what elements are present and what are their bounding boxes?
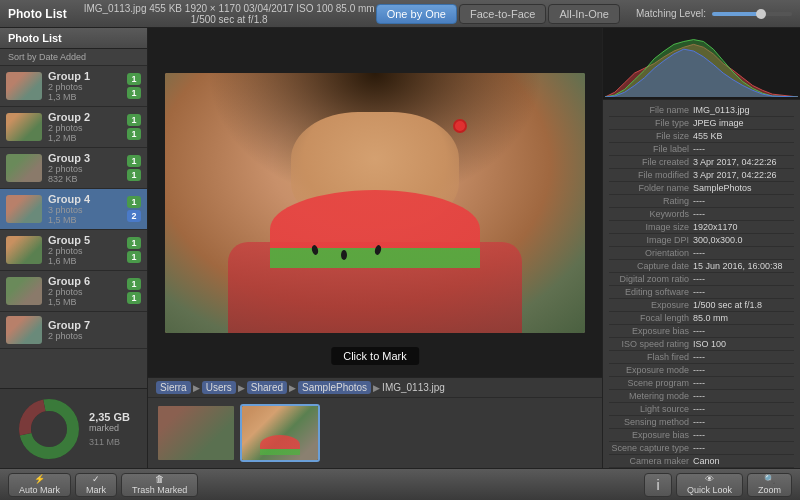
group-name-5: Group 5 — [48, 234, 121, 246]
zoom-button[interactable]: 🔍 Zoom — [747, 473, 792, 497]
meta-key-15: Exposure — [609, 300, 689, 310]
meta-val-23: ---- — [693, 404, 794, 414]
group-item-5[interactable]: Group 5 2 photos1,6 MB 11 — [0, 230, 147, 271]
quick-look-icon: 👁 — [705, 474, 714, 484]
meta-val-13: ---- — [693, 274, 794, 284]
main-layout: Photo List Sort by Date Added Group 1 2 … — [0, 28, 800, 468]
meta-key-16: Focal length — [609, 313, 689, 323]
group-meta-3: 2 photos832 KB — [48, 164, 121, 184]
group-thumb-5 — [6, 236, 42, 264]
group-meta-7: 2 photos — [48, 331, 135, 341]
group-meta-5: 2 photos1,6 MB — [48, 246, 121, 266]
arrow-icon-4: ▶ — [373, 383, 380, 393]
group-badges-5: 11 — [127, 237, 141, 263]
meta-val-2: 455 KB — [693, 131, 794, 141]
badge-1: 1 — [127, 237, 141, 249]
group-info-7: Group 7 2 photos — [48, 319, 135, 341]
group-badges-3: 11 — [127, 155, 141, 181]
disk-usage-panel: 2,35 GB marked 311 MB — [0, 388, 147, 468]
meta-val-22: ---- — [693, 391, 794, 401]
meta-row-13: Digital zoom ratio ---- — [609, 273, 794, 286]
group-item-4[interactable]: Group 4 3 photos1,5 MB 12 — [0, 189, 147, 230]
metadata-area: File name IMG_0113.jpg File type JPEG im… — [603, 100, 800, 468]
breadcrumb-bar: Sierra ▶ Users ▶ Shared ▶ SamplePhotos ▶… — [148, 378, 602, 398]
mark-button[interactable]: ✓ Mark — [75, 473, 117, 497]
filmstrip-thumb-1[interactable] — [156, 404, 236, 462]
group-item-2[interactable]: Group 2 2 photos1,2 MB 11 — [0, 107, 147, 148]
meta-val-19: ---- — [693, 352, 794, 362]
meta-key-13: Digital zoom ratio — [609, 274, 689, 284]
meta-val-15: 1/500 sec at f/1.8 — [693, 300, 794, 310]
trash-marked-button[interactable]: 🗑 Trash Marked — [121, 473, 198, 497]
group-thumb-7 — [6, 316, 42, 344]
badge-2: 1 — [127, 87, 141, 99]
meta-row-2: File size 455 KB — [609, 130, 794, 143]
breadcrumb-sierra[interactable]: Sierra — [156, 381, 191, 394]
histogram-area — [603, 28, 800, 100]
group-item-3[interactable]: Group 3 2 photos832 KB 11 — [0, 148, 147, 189]
meta-key-18: ISO speed rating — [609, 339, 689, 349]
meta-row-11: Orientation ---- — [609, 247, 794, 260]
meta-key-2: File size — [609, 131, 689, 141]
image-info-bar: IMG_0113.jpg 455 KB 1920 × 1170 03/04/20… — [83, 3, 376, 25]
meta-key-27: Camera maker — [609, 456, 689, 466]
breadcrumb-users[interactable]: Users — [202, 381, 236, 394]
group-item-6[interactable]: Group 6 2 photos1,5 MB 11 — [0, 271, 147, 312]
app-title: Photo List — [8, 7, 67, 21]
group-meta-2: 2 photos1,2 MB — [48, 123, 121, 143]
badge-2: 1 — [127, 128, 141, 140]
arrow-icon-2: ▶ — [238, 383, 245, 393]
group-name-6: Group 6 — [48, 275, 121, 287]
meta-row-20: Exposure mode ---- — [609, 364, 794, 377]
meta-key-3: File label — [609, 144, 689, 154]
meta-row-15: Exposure 1/500 sec at f/1.8 — [609, 299, 794, 312]
group-badges-1: 11 — [127, 73, 141, 99]
meta-row-9: Image size 1920x1170 — [609, 221, 794, 234]
meta-row-12: Capture date 15 Jun 2016, 16:00:38 — [609, 260, 794, 273]
meta-val-8: ---- — [693, 209, 794, 219]
quick-look-button[interactable]: 👁 Quick Look — [676, 473, 743, 497]
main-photo — [165, 73, 585, 333]
group-item-1[interactable]: Group 1 2 photos1,3 MB 11 — [0, 66, 147, 107]
mark-icon: ✓ — [92, 474, 100, 484]
meta-row-16: Focal length 85.0 mm — [609, 312, 794, 325]
filmstrip-thumb-2[interactable] — [240, 404, 320, 462]
meta-row-19: Flash fired ---- — [609, 351, 794, 364]
disk-free-amount: 311 MB — [89, 437, 130, 447]
group-info-3: Group 3 2 photos832 KB — [48, 152, 121, 184]
matching-level-control: Matching Level: — [636, 8, 792, 19]
badge-1: 1 — [127, 73, 141, 85]
meta-row-27: Camera maker Canon — [609, 455, 794, 468]
group-meta-1: 2 photos1,3 MB — [48, 82, 121, 102]
meta-val-12: 15 Jun 2016, 16:00:38 — [693, 261, 794, 271]
tab-one-by-one[interactable]: One by One — [376, 4, 457, 24]
meta-val-16: 85.0 mm — [693, 313, 794, 323]
breadcrumb-shared[interactable]: Shared — [247, 381, 287, 394]
badge-1: 1 — [127, 114, 141, 126]
slider-thumb — [756, 9, 766, 19]
click-to-mark-label[interactable]: Click to Mark — [331, 347, 419, 365]
meta-row-0: File name IMG_0113.jpg — [609, 104, 794, 117]
meta-val-4: 3 Apr 2017, 04:22:26 — [693, 157, 794, 167]
arrow-icon-3: ▶ — [289, 383, 296, 393]
meta-val-1: JPEG image — [693, 118, 794, 128]
meta-row-4: File created 3 Apr 2017, 04:22:26 — [609, 156, 794, 169]
tab-all-in-one[interactable]: All-In-One — [548, 4, 620, 24]
meta-val-17: ---- — [693, 326, 794, 336]
auto-mark-button[interactable]: ⚡ Auto Mark — [8, 473, 71, 497]
meta-row-26: Scene capture type ---- — [609, 442, 794, 455]
badge-1: 1 — [127, 278, 141, 290]
meta-key-14: Editing software — [609, 287, 689, 297]
meta-val-7: ---- — [693, 196, 794, 206]
matching-level-slider[interactable] — [712, 12, 792, 16]
info-button[interactable]: i — [644, 473, 672, 497]
breadcrumb-samplephotos[interactable]: SamplePhotos — [298, 381, 371, 394]
meta-key-26: Scene capture type — [609, 443, 689, 453]
meta-row-23: Light source ---- — [609, 403, 794, 416]
badge-1: 1 — [127, 196, 141, 208]
meta-key-12: Capture date — [609, 261, 689, 271]
main-image-area[interactable]: Click to Mark — [148, 28, 602, 377]
group-item-7[interactable]: Group 7 2 photos — [0, 312, 147, 349]
tab-face-to-face[interactable]: Face-to-Face — [459, 4, 546, 24]
meta-row-3: File label ---- — [609, 143, 794, 156]
